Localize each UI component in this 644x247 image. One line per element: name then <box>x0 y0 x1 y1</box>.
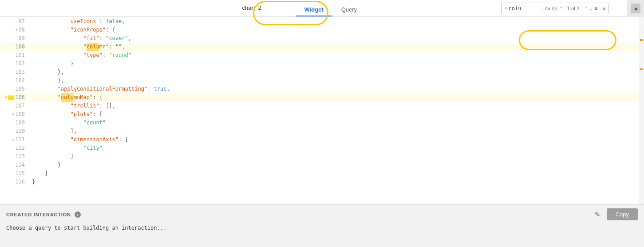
tab-query[interactable]: Query <box>332 3 366 16</box>
line-number: 112 <box>0 144 28 152</box>
line-number: ▼ 106 <box>0 93 28 102</box>
edit-button[interactable]: ✎ <box>592 210 603 219</box>
search-toggle-button[interactable]: ≡ <box>593 5 598 12</box>
line-number: 102 <box>0 60 28 68</box>
line-number: 99 <box>0 34 28 43</box>
code-line-106: "columnMap": { <box>30 93 639 102</box>
info-icon[interactable]: i <box>75 211 81 218</box>
case-sensitive-icon[interactable]: Aa <box>545 6 550 11</box>
code-line-112: "city" <box>30 144 639 152</box>
line-number: 110 <box>0 127 28 135</box>
line-number: 101 <box>0 51 28 60</box>
search-count: 1 of 2 <box>564 6 582 11</box>
fold-arrow-106[interactable]: ▼ <box>5 93 7 102</box>
scrollbar-marker-2 <box>640 68 643 70</box>
search-close-button[interactable]: × <box>600 5 608 12</box>
code-line-101: "type": "round" <box>30 51 639 60</box>
search-next-button[interactable]: ↓ <box>589 5 593 12</box>
line-number: ▼98 <box>0 26 28 34</box>
line-number: 103 <box>0 68 28 76</box>
code-line-99: "fit": "cover", <box>30 34 639 43</box>
line-number: 114 <box>0 161 28 169</box>
collapse-button[interactable]: ◀ <box>631 4 640 13</box>
scrollbar[interactable] <box>639 17 644 204</box>
scrollbar-marker-1 <box>640 39 643 41</box>
line-number: 109 <box>0 119 28 127</box>
code-line-104: }, <box>30 76 639 85</box>
code-content[interactable]: useIcons : false, "iconProps": { "fit": … <box>30 17 639 204</box>
code-line-109: "count" <box>30 119 639 127</box>
code-line-102: } <box>30 60 639 68</box>
line-number: 105 <box>0 85 28 93</box>
code-line-105: "applyConditionalFormatting": true, <box>30 85 639 93</box>
line-number: 107 <box>0 102 28 110</box>
code-line-97: useIcons : false, <box>30 17 639 26</box>
code-line-100: "column": "", <box>30 43 639 51</box>
interaction-prompt: Choose a query to start building an inte… <box>0 224 644 232</box>
line-number: 97 <box>0 17 28 26</box>
code-line-115: } <box>30 169 639 178</box>
line-number: 113 <box>0 152 28 161</box>
code-line-116: } <box>30 178 639 186</box>
code-editor: 97 ▼98 99 100 101 102 103 104 105 ▼ 106 <box>0 17 644 204</box>
code-line-107: "trellis": [], <box>30 102 639 110</box>
code-line-111: "dimensionAxis": [ <box>30 135 639 144</box>
search-input[interactable] <box>509 5 540 12</box>
regex-icon[interactable]: .* <box>559 6 562 11</box>
code-line-98: "iconProps": { <box>30 26 639 34</box>
line-numbers: 97 ▼98 99 100 101 102 103 104 105 ▼ 106 <box>0 17 30 204</box>
window-title: chart_2 <box>242 4 261 11</box>
line-number: 100 <box>0 43 28 51</box>
code-line-114: } <box>30 161 639 169</box>
code-line-110: ], <box>30 127 639 135</box>
search-prev-button[interactable]: ↑ <box>584 5 588 12</box>
line-number: ▼108 <box>0 110 28 119</box>
line-number: 116 <box>0 178 28 186</box>
tab-widget[interactable]: Widget <box>296 3 332 16</box>
code-line-103: }, <box>30 68 639 76</box>
code-line-113: ] <box>30 152 639 161</box>
copy-button[interactable]: Copy <box>607 208 638 220</box>
code-line-108: "plots": [ <box>30 110 639 119</box>
line-number: ▼111 <box>0 135 28 144</box>
whole-word-icon[interactable]: AB <box>552 6 557 11</box>
line-number: 104 <box>0 76 28 85</box>
search-chevron-icon: › <box>504 6 507 11</box>
bottom-panel: CREATED INTERACTION i ✎ Copy Choose a qu… <box>0 204 644 247</box>
search-bar: › Aa AB .* 1 of 2 ↑ ↓ ≡ × <box>501 3 608 14</box>
line-number: 115 <box>0 169 28 178</box>
created-interaction-label: CREATED INTERACTION <box>6 212 71 217</box>
